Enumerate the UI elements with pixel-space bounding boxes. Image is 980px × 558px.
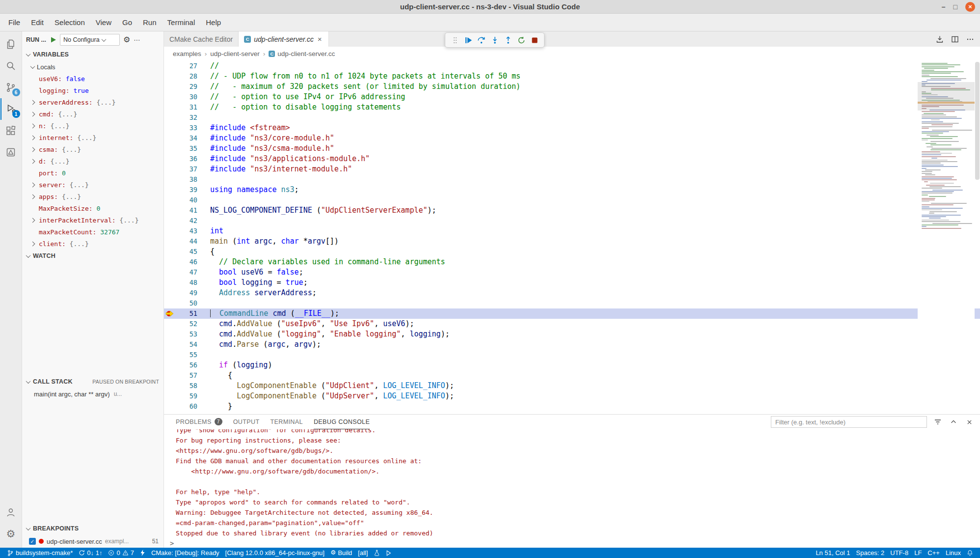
line-number[interactable]: 30 [176, 92, 197, 102]
breakpoint-gutter[interactable] [164, 350, 176, 360]
breakpoint-gutter[interactable] [164, 216, 176, 226]
breakpoint-gutter[interactable] [164, 370, 176, 381]
step-over-icon[interactable] [476, 34, 487, 46]
status-cmake-launch[interactable] [383, 548, 394, 558]
console-input-prompt[interactable]: > [170, 538, 980, 548]
code-line[interactable]: 58 LogComponentEnable ("UdpClient", LOG_… [164, 381, 980, 391]
breakpoint-gutter[interactable] [164, 401, 176, 412]
variables-section-header[interactable]: VARIABLES [22, 48, 163, 61]
line-number[interactable]: 49 [176, 288, 197, 298]
status-cmake-kit[interactable]: [Clang 12.0.0 x86_64-pc-linux-gnu] [222, 548, 327, 558]
code-line[interactable]: 40 [164, 195, 980, 205]
variable-row[interactable]: apps: {...} [22, 191, 163, 202]
line-number[interactable]: 41 [176, 205, 197, 216]
breakpoint-gutter[interactable] [164, 133, 176, 143]
minimap[interactable] [918, 60, 975, 414]
code-line[interactable]: 47 bool useV6 = false; [164, 267, 980, 278]
breakpoint-row[interactable]: ✓ udp-client-server.cc exampl... 51 [22, 535, 163, 548]
breakpoint-gutter[interactable] [164, 308, 176, 319]
restart-icon[interactable] [516, 34, 527, 46]
breakpoint-gutter[interactable] [164, 195, 176, 205]
menu-go[interactable]: Go [117, 16, 137, 28]
code-line[interactable]: 45{ [164, 247, 980, 257]
breakpoint-gutter[interactable] [164, 226, 176, 236]
code-line[interactable]: 41NS_LOG_COMPONENT_DEFINE ("UdpClientSer… [164, 205, 980, 216]
code-line[interactable]: 30// - option to use IPv4 or IPv6 addres… [164, 92, 980, 102]
code-line[interactable]: 34#include "ns3/core-module.h" [164, 133, 980, 143]
explorer-icon[interactable] [0, 33, 22, 55]
account-icon[interactable] [0, 502, 22, 523]
code-line[interactable]: 37#include "ns3/internet-module.h" [164, 164, 980, 174]
line-number[interactable]: 47 [176, 267, 197, 278]
code-line[interactable]: 29// - maximum of 320 packets sent (or l… [164, 82, 980, 92]
status-remote-os[interactable]: Linux [943, 548, 964, 558]
variable-row[interactable]: interPacketInterval: {...} [22, 214, 163, 226]
variable-row[interactable]: useV6: false [22, 73, 163, 84]
line-number[interactable]: 52 [176, 319, 197, 329]
toolbar-grip[interactable] [449, 34, 461, 46]
search-icon[interactable] [0, 55, 22, 77]
status-ctest[interactable] [371, 548, 383, 558]
breakpoint-gutter[interactable] [164, 257, 176, 267]
code-line[interactable]: 42 [164, 216, 980, 226]
variable-row[interactable]: port: 0 [22, 167, 163, 179]
breakpoint-gutter[interactable] [164, 92, 176, 102]
minimize-icon[interactable]: – [942, 3, 946, 10]
watch-section-header[interactable]: WATCH [22, 250, 163, 262]
panel-tab-debug-console[interactable]: DEBUG CONSOLE [314, 415, 370, 429]
variable-row[interactable]: cmd: {...} [22, 108, 163, 120]
status-cursor-position[interactable]: Ln 51, Col 1 [813, 548, 853, 558]
line-number[interactable]: 61 [176, 412, 197, 414]
breadcrumb-item[interactable]: udp-client-server [210, 50, 260, 57]
code-line[interactable]: 59 LogComponentEnable ("UdpServer", LOG_… [164, 391, 980, 401]
code-line[interactable]: 32 [164, 112, 980, 123]
line-number[interactable]: 29 [176, 82, 197, 92]
code-line[interactable]: 39using namespace ns3; [164, 185, 980, 195]
line-number[interactable]: 42 [176, 216, 197, 226]
status-cmake-target[interactable]: [all] [355, 548, 371, 558]
line-number[interactable]: 34 [176, 133, 197, 143]
tab-udp-client-server-cc[interactable]: Cudp-client-server.cc× [239, 31, 328, 47]
settings-gear-icon[interactable]: ⚙ [0, 523, 22, 545]
breakpoint-gutter[interactable] [164, 247, 176, 257]
line-number[interactable]: 40 [176, 195, 197, 205]
line-number[interactable]: 50 [176, 298, 197, 308]
code-editor[interactable]: 27//28// - UDP flow from n0 to n1 of 102… [164, 60, 980, 414]
status-cmake-build[interactable]: ⚙Build [327, 548, 355, 558]
status-git-branch[interactable]: buildsystem-cmake* [4, 548, 76, 558]
code-line[interactable]: 54 cmd.Parse (argc, argv); [164, 339, 980, 350]
code-line[interactable]: 61 [164, 412, 980, 414]
breakpoint-gutter[interactable] [164, 71, 176, 82]
breakpoint-gutter[interactable] [164, 339, 176, 350]
line-number[interactable]: 57 [176, 370, 197, 381]
breakpoint-gutter[interactable] [164, 319, 176, 329]
status-eol[interactable]: LF [911, 548, 925, 558]
variable-row[interactable]: d: {...} [22, 155, 163, 167]
line-number[interactable]: 56 [176, 360, 197, 370]
debug-config-dropdown[interactable]: No Configura [60, 34, 120, 46]
maximize-panel-icon[interactable] [949, 417, 958, 427]
console-filter-input[interactable] [771, 416, 927, 428]
breakpoint-gutter[interactable] [164, 205, 176, 216]
panel-tab-terminal[interactable]: TERMINAL [270, 415, 302, 429]
variable-row[interactable]: MaxPacketSize: 0 [22, 202, 163, 214]
menu-terminal[interactable]: Terminal [162, 16, 201, 28]
breakpoint-gutter[interactable] [164, 267, 176, 278]
code-line[interactable]: 33#include <fstream> [164, 123, 980, 133]
breakpoint-gutter[interactable] [164, 143, 176, 154]
breadcrumb-item[interactable]: examples [173, 50, 201, 57]
line-number[interactable]: 60 [176, 401, 197, 412]
line-number[interactable]: 28 [176, 71, 197, 82]
breakpoint-gutter[interactable] [164, 278, 176, 288]
line-number[interactable]: 46 [176, 257, 197, 267]
breakpoint-gutter[interactable] [164, 381, 176, 391]
code-line[interactable]: 43int [164, 226, 980, 236]
close-icon[interactable]: × [317, 35, 323, 43]
breakpoint-gutter[interactable] [164, 185, 176, 195]
maximize-icon[interactable]: □ [953, 3, 957, 10]
variable-row[interactable]: serverAddress: {...} [22, 96, 163, 108]
code-line[interactable]: 46 // Declare variables used in command-… [164, 257, 980, 267]
line-number[interactable]: 39 [176, 185, 197, 195]
code-line[interactable]: 53 cmd.AddValue ("logging", "Enable logg… [164, 329, 980, 339]
line-number[interactable]: 58 [176, 381, 197, 391]
